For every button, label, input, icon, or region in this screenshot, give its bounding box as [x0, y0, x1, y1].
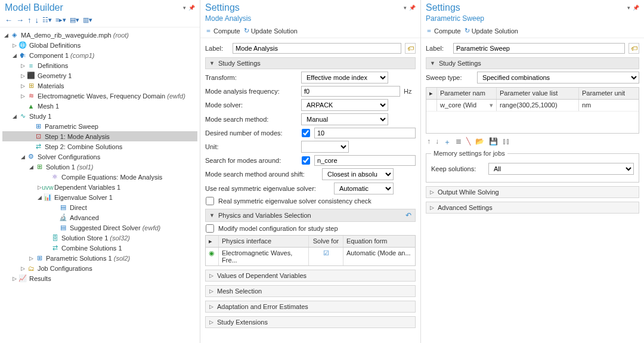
tree-study[interactable]: Study 1: [29, 113, 51, 120]
nav-down-icon[interactable]: ↓: [35, 16, 39, 24]
tag-icon[interactable]: 🏷: [628, 43, 639, 54]
nav-up-icon[interactable]: ↑: [27, 16, 32, 24]
tree-depvars[interactable]: Dependent Variables 1: [54, 184, 120, 191]
expand-icon[interactable]: ▷: [19, 83, 26, 89]
tree-psol[interactable]: Parametric Solutions 1 (sol2): [46, 255, 130, 262]
modes-input[interactable]: [314, 128, 416, 138]
expand-icon[interactable]: ◢: [27, 164, 35, 170]
expand-icon[interactable]: ◢: [36, 194, 43, 200]
param-values-cell[interactable]: range(300,25,1000): [497, 100, 579, 111]
physics-row[interactable]: ◉ Electromagnetic Waves, Fre... ☑ Automa…: [206, 248, 415, 265]
expand-icon[interactable]: ▷: [19, 93, 26, 99]
search-select[interactable]: Manual: [301, 113, 388, 125]
solver-select[interactable]: ARPACK: [301, 99, 388, 111]
expand-icon[interactable]: ▷: [19, 63, 26, 69]
nav-fwd-icon[interactable]: →: [16, 16, 24, 24]
parameter-row[interactable]: w_core (Wid ▾ range(300,25,1000) nm: [426, 100, 639, 112]
tree-store[interactable]: Solution Store 1 (sol32): [61, 234, 130, 242]
section-mesh[interactable]: ▷Mesh Selection: [205, 285, 416, 297]
tag-icon[interactable]: 🏷: [405, 43, 416, 54]
expand-all-icon[interactable]: ☷▾: [42, 16, 52, 24]
pin-icon[interactable]: 📌: [188, 5, 195, 11]
consistency-checkbox[interactable]: [205, 197, 215, 205]
keep-select[interactable]: All: [488, 163, 634, 175]
tree-global-definitions[interactable]: Global Definitions: [29, 42, 80, 49]
tree-eigensolver[interactable]: Eigenvalue Solver 1: [54, 194, 113, 201]
move-down-icon[interactable]: ↓: [435, 137, 439, 147]
update-solution-button[interactable]: ↻Update Solution: [465, 27, 518, 35]
tree-mesh[interactable]: Mesh 1: [38, 103, 59, 110]
tree-step2[interactable]: Step 2: Combine Solutions: [45, 143, 122, 150]
realsym-select[interactable]: Automatic: [334, 183, 394, 194]
section-physics[interactable]: ▼Physics and Variables Selection↶: [205, 209, 416, 222]
tree-advanced[interactable]: Advanced: [70, 214, 99, 221]
tree-jobs[interactable]: Job Configurations: [38, 265, 92, 272]
tree-emwaves[interactable]: Electromagnetic Waves, Frequency Domain …: [38, 92, 185, 100]
open-icon[interactable]: 📂: [475, 137, 484, 147]
shift-select[interactable]: Closest in absolu: [322, 168, 394, 180]
tree-results[interactable]: Results: [29, 275, 51, 282]
move-up-icon[interactable]: ↑: [427, 137, 431, 147]
clear-icon[interactable]: ╲: [466, 137, 470, 147]
pin-icon[interactable]: 📌: [633, 5, 639, 11]
expand-icon[interactable]: ▷: [19, 73, 26, 79]
chart-icon[interactable]: ⫿⫿: [503, 137, 510, 147]
section-ext[interactable]: ▷Study Extensions: [205, 316, 416, 328]
dropdown-icon[interactable]: ▾: [183, 5, 186, 11]
solve-check-icon[interactable]: ☑: [323, 249, 329, 257]
section-advanced[interactable]: ▷Advanced Settings: [426, 202, 639, 214]
expand-icon[interactable]: ▷: [19, 265, 26, 271]
pin-icon[interactable]: 📌: [409, 5, 416, 11]
expand-icon[interactable]: ◢: [2, 32, 10, 38]
dropdown-icon[interactable]: ▾: [627, 5, 630, 11]
tree-combine-sol[interactable]: Combine Solutions 1: [61, 245, 122, 252]
section-dep-vars[interactable]: ▷Values of Dependent Variables: [205, 270, 416, 282]
show-icon[interactable]: ▤▾: [70, 16, 79, 24]
expand-icon[interactable]: ▷: [11, 276, 18, 282]
tree-definitions[interactable]: Definitions: [38, 62, 68, 69]
tree-parametric-sweep[interactable]: Parametric Sweep: [45, 123, 98, 130]
label-input[interactable]: [233, 43, 401, 54]
save-icon[interactable]: 💾: [489, 137, 498, 147]
sweep-type-select[interactable]: Specified combinations: [477, 72, 639, 84]
section-adapt[interactable]: ▷Adaptation and Error Estimates: [205, 301, 416, 313]
tree-component[interactable]: Component 1 (comp1): [29, 52, 94, 59]
compute-button[interactable]: ＝Compute: [205, 26, 240, 35]
around-checkbox[interactable]: [301, 156, 311, 165]
section-output[interactable]: ▷Output While Solving: [426, 186, 639, 198]
expand-icon[interactable]: ◢: [11, 113, 18, 119]
filter-icon[interactable]: ▥▾: [83, 16, 92, 24]
expand-icon[interactable]: ▷: [11, 42, 18, 48]
expand-icon[interactable]: ▷: [27, 255, 35, 261]
section-study-settings[interactable]: ▼Study Settings: [426, 57, 639, 69]
tree-geometry[interactable]: Geometry 1: [38, 72, 72, 79]
tree-solver-configs[interactable]: Solver Configurations: [38, 153, 100, 160]
expand-icon[interactable]: ◢: [11, 52, 18, 58]
freq-input[interactable]: [301, 86, 400, 97]
tree-materials[interactable]: Materials: [38, 82, 64, 89]
tree-compile[interactable]: Compile Equations: Mode Analysis: [61, 174, 162, 181]
dropdown-icon[interactable]: ▾: [490, 101, 493, 109]
compute-button[interactable]: ＝Compute: [426, 26, 461, 35]
unit-select[interactable]: [301, 141, 349, 153]
list-icon[interactable]: ≣: [456, 137, 462, 147]
update-solution-button[interactable]: ↻Update Solution: [244, 27, 298, 35]
nav-back-icon[interactable]: ←: [5, 16, 13, 24]
add-icon[interactable]: ＋: [444, 137, 451, 147]
tree-direct[interactable]: Direct: [70, 204, 87, 211]
section-study-settings[interactable]: ▼Study Settings: [205, 57, 416, 69]
label-input[interactable]: [453, 43, 625, 54]
tree-root[interactable]: MA_demo_rib_waveguide.mph (root): [21, 32, 129, 39]
dropdown-icon[interactable]: ▾: [404, 5, 407, 11]
param-unit-cell[interactable]: nm: [579, 100, 639, 111]
tree-step1[interactable]: Step 1: Mode Analysis: [45, 133, 110, 140]
tree-sol1[interactable]: Solution 1 (sol1): [46, 163, 94, 171]
transform-select[interactable]: Effective mode index: [301, 72, 388, 84]
modify-checkbox[interactable]: [205, 224, 215, 233]
reset-icon[interactable]: ↶: [405, 211, 411, 220]
modes-checkbox[interactable]: [301, 129, 311, 137]
around-input[interactable]: [314, 155, 416, 166]
collapse-icon[interactable]: ≡▸▾: [55, 16, 66, 24]
tree-suggested[interactable]: Suggested Direct Solver (ewfd): [70, 224, 160, 231]
expand-icon[interactable]: ◢: [19, 154, 26, 160]
